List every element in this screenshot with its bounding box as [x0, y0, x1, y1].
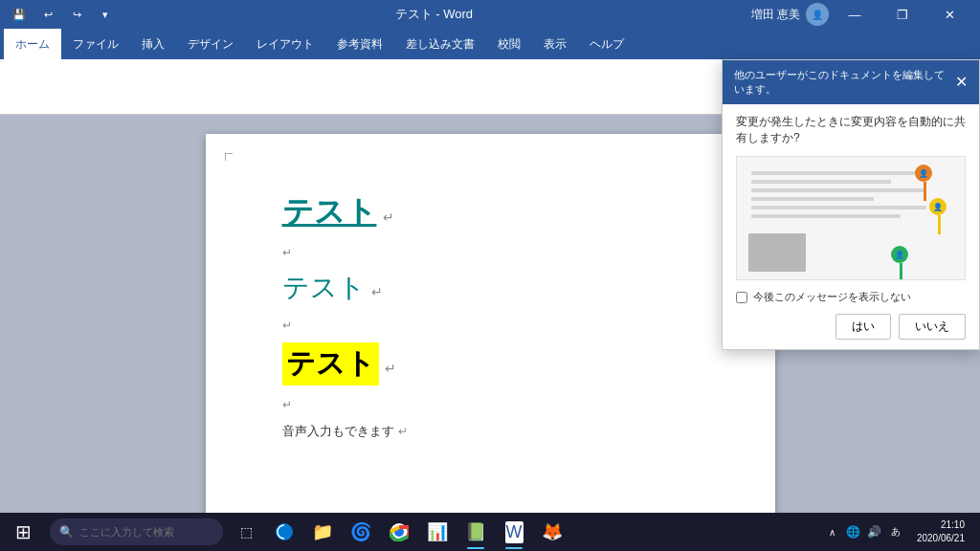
taskbar-icon-4[interactable]: 🌀: [342, 513, 380, 551]
chevron-up-icon[interactable]: ∧: [823, 513, 842, 551]
text-teal-large: テスト: [282, 194, 377, 229]
dialog-illustration: 👤 👤 👤: [736, 156, 966, 280]
clock-date: 2020/06/21: [917, 532, 965, 545]
dialog-yes-button[interactable]: はい: [835, 314, 891, 340]
return-6: ↵: [282, 398, 292, 411]
excel-icon[interactable]: 📗: [457, 513, 495, 551]
taskview-button[interactable]: ⬚: [227, 513, 265, 551]
collaboration-dialog: 他のユーザーがこのドキュメントを編集しています。 ✕ 変更が発生したときに変更内…: [722, 59, 980, 350]
tab-view[interactable]: 表示: [532, 29, 578, 59]
return-4: ↵: [282, 319, 292, 332]
clock-time: 21:10: [917, 518, 965, 532]
tab-references[interactable]: 参考資料: [325, 29, 394, 59]
tab-design[interactable]: デザイン: [176, 29, 245, 59]
word-icon[interactable]: W: [495, 513, 533, 551]
network-icon[interactable]: 🌐: [844, 513, 863, 551]
redo-button[interactable]: ↪: [65, 3, 88, 26]
start-button[interactable]: ⊞: [0, 513, 46, 551]
line-6: ↵: [282, 395, 699, 412]
system-tray: ∧ 🌐 🔊 あ: [823, 513, 905, 551]
main-area: テスト ↵ ↵ テスト ↵ ↵ テスト: [0, 115, 980, 528]
volume-icon[interactable]: 🔊: [865, 513, 884, 551]
tab-mailings[interactable]: 差し込み文書: [394, 29, 486, 59]
text-highlighted: テスト: [282, 342, 379, 386]
user-name: 増田 恵美: [751, 7, 800, 23]
qat-more-button[interactable]: ▾: [94, 3, 117, 26]
dialog-checkbox-row: 今後このメッセージを表示しない: [736, 290, 966, 304]
undo-button[interactable]: ↩: [36, 3, 59, 26]
dialog-question: 変更が発生したときに変更内容を自動的に共有しますか?: [736, 114, 966, 146]
tab-review[interactable]: 校閲: [486, 29, 532, 59]
dialog-body: 変更が発生したときに変更内容を自動的に共有しますか?: [723, 104, 979, 349]
window-title: テスト - Word: [395, 6, 473, 23]
line-2: ↵: [282, 243, 699, 260]
line-7: 音声入力もできます ↵: [282, 422, 699, 440]
line-3: テスト ↵: [282, 270, 699, 306]
user-head-orange: 👤: [915, 165, 932, 182]
line-1: テスト ↵: [282, 191, 699, 233]
document-page[interactable]: テスト ↵ ↵ テスト ↵ ↵ テスト: [206, 134, 775, 528]
ribbon-tabs: ホーム ファイル 挿入 デザイン レイアウト 参考資料 差し込み文書 校閲 表示…: [0, 29, 980, 59]
user-head-yellow: 👤: [929, 198, 947, 215]
chrome-icon[interactable]: [380, 513, 418, 551]
ime-icon[interactable]: あ: [886, 513, 905, 551]
taskbar: ⊞ 🔍 ⬚ 📁 🌀 📊 📗 W 🦊: [0, 513, 980, 551]
return-3: ↵: [371, 284, 383, 299]
minimize-button[interactable]: —: [833, 0, 877, 29]
tab-file[interactable]: ファイル: [61, 29, 130, 59]
dialog-header: 他のユーザーがこのドキュメントを編集しています。 ✕: [723, 60, 979, 104]
tab-home[interactable]: ホーム: [4, 29, 61, 59]
explorer-icon[interactable]: 📁: [303, 513, 342, 551]
user-flag-orange: 👤: [915, 166, 936, 193]
return-1: ↵: [383, 209, 394, 225]
user-avatar: 👤: [806, 3, 829, 26]
return-7: ↵: [398, 425, 408, 438]
user-flag-yellow: 👤: [929, 200, 950, 227]
edge-icon[interactable]: [265, 513, 303, 551]
dont-show-checkbox[interactable]: [736, 292, 747, 303]
line-5: テスト ↵: [282, 342, 699, 386]
taskbar-left: ⊞ 🔍 ⬚ 📁 🌀 📊 📗 W 🦊: [0, 513, 571, 551]
tab-help[interactable]: ヘルプ: [578, 29, 635, 59]
user-head-green: 👤: [891, 246, 908, 263]
dont-show-label: 今後このメッセージを表示しない: [753, 290, 911, 304]
return-2: ↵: [282, 246, 292, 259]
text-teal-medium: テスト: [282, 273, 366, 302]
taskbar-right: ∧ 🌐 🔊 あ 21:10 2020/06/21: [823, 513, 980, 551]
quick-access-toolbar: 💾 ↩ ↪ ▾: [8, 3, 117, 26]
restore-button[interactable]: ❐: [880, 0, 924, 29]
dialog-close-button[interactable]: ✕: [955, 75, 968, 90]
tab-layout[interactable]: レイアウト: [245, 29, 325, 59]
user-info[interactable]: 増田 恵美 👤: [751, 3, 829, 26]
voice-text: 音声入力もできます: [282, 424, 394, 438]
close-button[interactable]: ✕: [928, 0, 972, 29]
dialog-buttons: はい いいえ: [736, 314, 966, 340]
dialog-title: 他のユーザーがこのドキュメントを編集しています。: [734, 68, 947, 97]
taskbar-search-input[interactable]: [79, 526, 213, 538]
titlebar-right: 増田 恵美 👤 — ❐ ✕: [751, 0, 972, 29]
firefox-icon[interactable]: 🦊: [533, 513, 571, 551]
corner-mark-tl: [225, 153, 233, 161]
search-bar[interactable]: 🔍: [50, 518, 223, 545]
tab-insert[interactable]: 挿入: [130, 29, 176, 59]
line-4: ↵: [282, 316, 699, 333]
dialog-no-button[interactable]: いいえ: [899, 314, 966, 340]
user-flag-green: 👤: [891, 248, 912, 275]
return-5: ↵: [385, 361, 396, 376]
powerpoint-icon[interactable]: 📊: [418, 513, 457, 551]
search-icon: 🔍: [59, 525, 74, 539]
clock[interactable]: 21:10 2020/06/21: [909, 518, 972, 545]
save-button[interactable]: 💾: [8, 3, 31, 26]
